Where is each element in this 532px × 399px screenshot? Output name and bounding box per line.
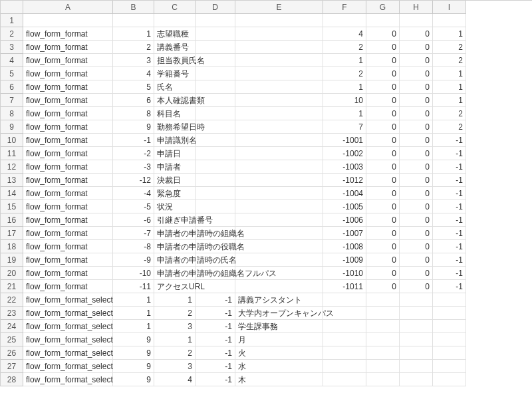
- cell-12-G[interactable]: 0: [366, 160, 400, 174]
- cell-23-E[interactable]: 大学内オープンキャンパス: [235, 307, 323, 320]
- cell-12-H[interactable]: 0: [400, 160, 433, 174]
- cell-12-C[interactable]: 申請者: [154, 160, 196, 174]
- cell-24-A[interactable]: flow_form_format_select: [23, 320, 113, 333]
- cell-17-I[interactable]: -1: [433, 227, 466, 240]
- cell-13-G[interactable]: 0: [366, 174, 400, 187]
- cell-13-H[interactable]: 0: [400, 174, 433, 187]
- cell-10-I[interactable]: -1: [433, 134, 466, 147]
- cell-10-A[interactable]: flow_form_format: [23, 134, 113, 147]
- cell-1-C[interactable]: [154, 14, 196, 27]
- cell-23-B[interactable]: 1: [113, 307, 154, 320]
- cell-9-I[interactable]: 2: [433, 120, 466, 134]
- cell-14-F[interactable]: -1004: [323, 187, 366, 200]
- cell-9-H[interactable]: 0: [400, 120, 433, 134]
- cell-27-I[interactable]: [433, 360, 466, 373]
- cell-2-D[interactable]: [196, 27, 235, 41]
- cell-21-I[interactable]: -1: [433, 280, 466, 293]
- cell-3-F[interactable]: 2: [323, 41, 366, 54]
- cell-24-B[interactable]: 1: [113, 320, 154, 333]
- cell-4-G[interactable]: 0: [366, 54, 400, 67]
- cell-25-H[interactable]: [400, 333, 433, 346]
- cell-15-E[interactable]: [235, 200, 323, 213]
- spreadsheet-grid[interactable]: ABCDEFGHI12flow_form_format1志望職種40013flo…: [0, 0, 532, 386]
- cell-21-H[interactable]: 0: [400, 280, 433, 293]
- cell-3-B[interactable]: 2: [113, 41, 154, 54]
- cell-18-G[interactable]: 0: [366, 240, 400, 253]
- cell-13-E[interactable]: [235, 174, 323, 187]
- row-header-18[interactable]: 18: [1, 240, 23, 253]
- cell-5-F[interactable]: 2: [323, 67, 366, 80]
- cell-16-B[interactable]: -6: [113, 213, 154, 227]
- cell-3-G[interactable]: 0: [366, 41, 400, 54]
- cell-19-A[interactable]: flow_form_format: [23, 253, 113, 267]
- cell-6-G[interactable]: 0: [366, 80, 400, 94]
- cell-5-D[interactable]: [196, 67, 235, 80]
- cell-16-I[interactable]: -1: [433, 213, 466, 227]
- row-header-8[interactable]: 8: [1, 107, 23, 120]
- col-header-F[interactable]: F: [323, 1, 366, 14]
- cell-7-G[interactable]: 0: [366, 94, 400, 107]
- cell-23-I[interactable]: [433, 307, 466, 320]
- cell-13-C[interactable]: 決裁日: [154, 174, 196, 187]
- cell-18-B[interactable]: -8: [113, 240, 154, 253]
- cell-2-F[interactable]: 4: [323, 27, 366, 41]
- cell-20-C[interactable]: 申請者の申請時の組織名フルパス: [154, 267, 196, 280]
- cell-8-E[interactable]: [235, 107, 323, 120]
- cell-9-B[interactable]: 9: [113, 120, 154, 134]
- cell-9-E[interactable]: [235, 120, 323, 134]
- cell-1-H[interactable]: [400, 14, 433, 27]
- cell-6-C[interactable]: 氏名: [154, 80, 196, 94]
- cell-21-G[interactable]: 0: [366, 280, 400, 293]
- cell-13-I[interactable]: -1: [433, 174, 466, 187]
- cell-5-A[interactable]: flow_form_format: [23, 67, 113, 80]
- cell-16-C[interactable]: 引継ぎ申請番号: [154, 213, 196, 227]
- cell-2-I[interactable]: 1: [433, 27, 466, 41]
- cell-24-I[interactable]: [433, 320, 466, 333]
- row-header-12[interactable]: 12: [1, 160, 23, 174]
- cell-1-F[interactable]: [323, 14, 366, 27]
- cell-8-G[interactable]: 0: [366, 107, 400, 120]
- cell-14-B[interactable]: -4: [113, 187, 154, 200]
- cell-26-I[interactable]: [433, 346, 466, 360]
- row-header-27[interactable]: 27: [1, 360, 23, 373]
- cell-14-G[interactable]: 0: [366, 187, 400, 200]
- cell-8-C[interactable]: 科目名: [154, 107, 196, 120]
- cell-12-F[interactable]: -1003: [323, 160, 366, 174]
- cell-5-B[interactable]: 4: [113, 67, 154, 80]
- cell-21-C[interactable]: アクセスURL: [154, 280, 196, 293]
- cell-23-D[interactable]: -1: [196, 307, 235, 320]
- cell-24-G[interactable]: [366, 320, 400, 333]
- cell-11-H[interactable]: 0: [400, 147, 433, 160]
- cell-25-G[interactable]: [366, 333, 400, 346]
- cell-20-H[interactable]: 0: [400, 267, 433, 280]
- cell-16-G[interactable]: 0: [366, 213, 400, 227]
- cell-26-C[interactable]: 2: [154, 346, 196, 360]
- row-header-3[interactable]: 3: [1, 41, 23, 54]
- cell-10-E[interactable]: [235, 134, 323, 147]
- cell-1-D[interactable]: [196, 14, 235, 27]
- cell-6-B[interactable]: 5: [113, 80, 154, 94]
- cell-17-E[interactable]: [235, 227, 323, 240]
- cell-12-A[interactable]: flow_form_format: [23, 160, 113, 174]
- row-header-4[interactable]: 4: [1, 54, 23, 67]
- cell-16-H[interactable]: 0: [400, 213, 433, 227]
- cell-5-G[interactable]: 0: [366, 67, 400, 80]
- cell-25-C[interactable]: 1: [154, 333, 196, 346]
- cell-15-I[interactable]: -1: [433, 200, 466, 213]
- cell-27-D[interactable]: -1: [196, 360, 235, 373]
- cell-18-C[interactable]: 申請者の申請時の役職名: [154, 240, 196, 253]
- cell-28-A[interactable]: flow_form_format_select: [23, 373, 113, 386]
- cell-10-C[interactable]: 申請識別名: [154, 134, 196, 147]
- row-header-7[interactable]: 7: [1, 94, 23, 107]
- cell-27-H[interactable]: [400, 360, 433, 373]
- cell-4-A[interactable]: flow_form_format: [23, 54, 113, 67]
- cell-15-B[interactable]: -5: [113, 200, 154, 213]
- cell-4-H[interactable]: 0: [400, 54, 433, 67]
- cell-12-B[interactable]: -3: [113, 160, 154, 174]
- cell-28-E[interactable]: 木: [235, 373, 323, 386]
- cell-18-H[interactable]: 0: [400, 240, 433, 253]
- row-header-21[interactable]: 21: [1, 280, 23, 293]
- cell-17-G[interactable]: 0: [366, 227, 400, 240]
- cell-9-F[interactable]: 7: [323, 120, 366, 134]
- col-header-E[interactable]: E: [235, 1, 323, 14]
